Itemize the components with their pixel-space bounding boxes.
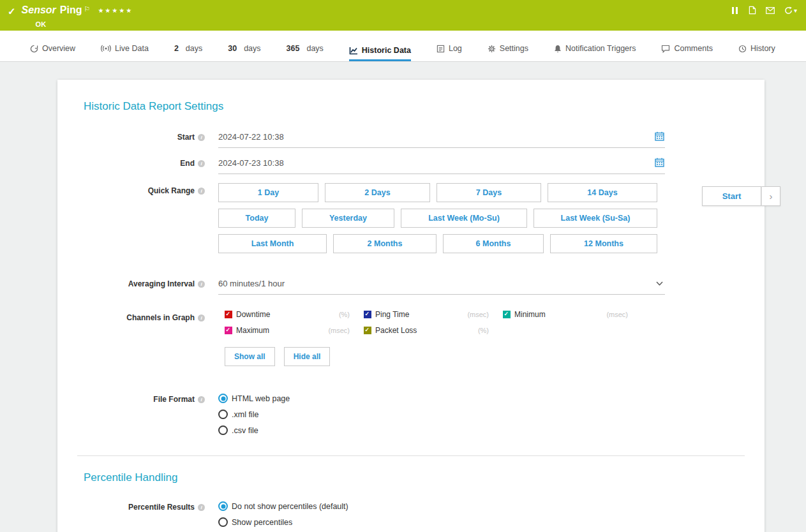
radio-xml-file[interactable]: .xml file xyxy=(218,410,745,419)
start-report-button[interactable]: Start xyxy=(702,186,761,206)
pause-icon[interactable] xyxy=(731,6,739,15)
tab-label: days xyxy=(244,44,260,53)
quick-range-2-days-button[interactable]: 2 Days xyxy=(325,183,430,202)
quick-range-yesterday-button[interactable]: Yesterday xyxy=(302,209,394,228)
tab-comments[interactable]: Comments xyxy=(661,44,712,61)
priority-stars[interactable]: ★★★★★ xyxy=(98,4,133,17)
info-icon[interactable] xyxy=(198,396,205,403)
tab-30-days[interactable]: 30 days xyxy=(228,44,260,61)
channel-checkbox-minimum[interactable]: Minimum (msec) xyxy=(503,310,628,319)
tab-label: days xyxy=(306,44,323,53)
percentile-results-label: Percentile Results xyxy=(77,499,205,527)
tab-label: days xyxy=(186,44,202,53)
radio-label: .csv file xyxy=(232,426,258,435)
checkbox-icon xyxy=(225,327,232,334)
radio-icon xyxy=(218,425,228,435)
tab-365-days[interactable]: 365 days xyxy=(287,44,324,61)
start-datetime-input[interactable]: 2024-07-22 10:38 xyxy=(218,129,665,148)
tab-label: Notification Triggers xyxy=(565,44,636,53)
channel-checkbox-packet-loss[interactable]: Packet Loss (%) xyxy=(364,326,489,335)
radio-label: .xml file xyxy=(232,410,258,419)
end-datetime-input[interactable]: 2024-07-23 10:38 xyxy=(218,156,665,174)
quick-range-today-button[interactable]: Today xyxy=(218,209,295,228)
tab-live-data[interactable]: Live Data xyxy=(101,44,149,61)
channels-row: Channels in Graph Downtime (%) Ping Time… xyxy=(77,310,745,366)
averaging-interval-select[interactable]: 60 minutes/1 hour xyxy=(218,276,665,295)
quick-range-2-months-button[interactable]: 2 Months xyxy=(333,234,437,253)
tab-historic-data[interactable]: Historic Data xyxy=(349,46,411,61)
calendar-icon[interactable] xyxy=(655,131,664,141)
log-icon xyxy=(437,45,445,53)
start-datetime-value: 2024-07-22 10:38 xyxy=(218,132,284,142)
history-clock-icon xyxy=(738,45,747,53)
quick-range-last-month-button[interactable]: Last Month xyxy=(218,234,327,253)
channel-name: Downtime xyxy=(236,310,270,319)
radio-icon xyxy=(218,501,228,511)
info-icon[interactable] xyxy=(198,504,205,511)
radio-do-not-show-percentiles[interactable]: Do not show percentiles (default) xyxy=(218,501,745,511)
start-row: Start 2024-07-22 10:38 xyxy=(77,129,745,148)
bell-icon xyxy=(554,45,562,53)
quick-range-6-months-button[interactable]: 6 Months xyxy=(443,234,544,253)
sensor-name: Ping xyxy=(60,4,82,17)
radio-html-web-page[interactable]: HTML web page xyxy=(218,394,745,403)
averaging-interval-value: 60 minutes/1 hour xyxy=(218,279,285,288)
end-label: End xyxy=(77,156,205,174)
tab-label: Log xyxy=(449,44,462,53)
channels-label: Channels in Graph xyxy=(77,310,205,366)
channel-checkbox-maximum[interactable]: Maximum (msec) xyxy=(225,326,350,335)
refresh-icon[interactable]: ▾ xyxy=(784,6,797,15)
main-content: Historic Data Report Settings Start 2024… xyxy=(0,62,806,532)
historic-data-icon xyxy=(349,47,358,55)
channel-name: Minimum xyxy=(514,310,546,319)
info-icon[interactable] xyxy=(198,188,205,195)
checkbox-icon xyxy=(503,311,511,318)
checkbox-icon xyxy=(364,311,371,318)
refresh-caret-icon[interactable]: ▾ xyxy=(794,7,797,14)
checkbox-icon xyxy=(225,311,232,318)
tab-label: Live Data xyxy=(115,44,149,53)
mail-icon[interactable] xyxy=(766,6,775,15)
report-icon[interactable] xyxy=(749,6,756,15)
info-icon[interactable] xyxy=(198,314,205,321)
live-data-icon xyxy=(101,45,111,52)
tab-settings[interactable]: Settings xyxy=(488,44,528,61)
channel-unit: (msec) xyxy=(606,311,628,318)
info-icon[interactable] xyxy=(198,281,205,288)
quick-range-14-days-button[interactable]: 14 Days xyxy=(548,183,657,202)
sensor-header: ✓ Sensor Ping ⚐ ★★★★★ OK ▾ xyxy=(0,0,806,31)
tab-log[interactable]: Log xyxy=(437,44,462,61)
flag-icon[interactable]: ⚐ xyxy=(84,3,91,15)
radio-icon xyxy=(218,410,228,419)
channel-checkbox-ping-time[interactable]: Ping Time (msec) xyxy=(364,310,489,319)
channel-checkbox-downtime[interactable]: Downtime (%) xyxy=(225,310,350,319)
tab-label: History xyxy=(750,44,775,53)
radio-show-percentiles[interactable]: Show percentiles xyxy=(218,517,745,527)
tab-label: Historic Data xyxy=(362,46,411,55)
radio-csv-file[interactable]: .csv file xyxy=(218,425,745,435)
tab-overview[interactable]: Overview xyxy=(30,44,75,61)
hide-all-button[interactable]: Hide all xyxy=(284,347,331,366)
quick-range-7-days-button[interactable]: 7 Days xyxy=(437,183,541,202)
channel-name: Packet Loss xyxy=(375,326,417,335)
tab-label: Settings xyxy=(500,44,528,53)
channel-unit: (%) xyxy=(478,327,489,334)
file-format-row: File Format HTML web page .xml file .csv… xyxy=(77,392,745,435)
section-divider xyxy=(77,455,745,456)
quick-range-12-months-button[interactable]: 12 Months xyxy=(550,234,657,253)
info-icon[interactable] xyxy=(198,134,205,141)
radio-label: Show percentiles xyxy=(232,518,292,527)
info-icon[interactable] xyxy=(198,160,205,167)
quick-range-last-week-su-sa-button[interactable]: Last Week (Su-Sa) xyxy=(534,209,657,228)
checkbox-icon xyxy=(364,327,371,334)
tab-notification-triggers[interactable]: Notification Triggers xyxy=(554,44,636,61)
channel-name: Maximum xyxy=(236,326,269,335)
tab-2-days[interactable]: 2 days xyxy=(174,44,202,61)
tab-history[interactable]: History xyxy=(738,44,775,61)
quick-range-last-week-mo-su-button[interactable]: Last Week (Mo-Su) xyxy=(401,209,527,228)
show-all-button[interactable]: Show all xyxy=(225,347,275,366)
quick-range-1-day-button[interactable]: 1 Day xyxy=(218,183,318,202)
chevron-right-icon[interactable]: › xyxy=(761,186,780,206)
calendar-icon[interactable] xyxy=(655,158,664,167)
sensor-type-label: Sensor xyxy=(22,4,56,17)
